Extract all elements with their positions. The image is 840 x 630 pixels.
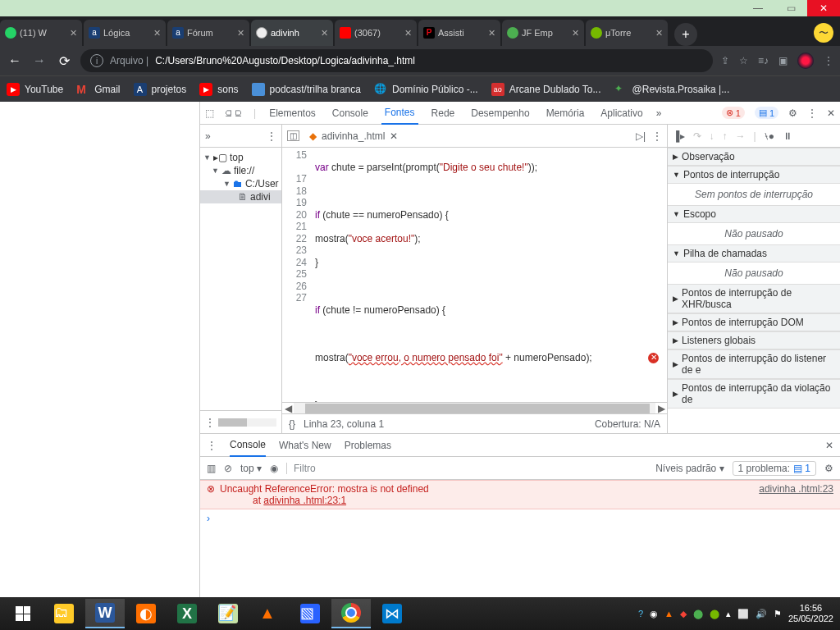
section-listeners[interactable]: ▶Listeners globais xyxy=(668,331,840,349)
close-icon[interactable]: ✕ xyxy=(237,28,244,39)
browser-tab[interactable]: (11) W✕ xyxy=(0,20,82,46)
sidepanel-icon[interactable]: ▣ xyxy=(778,55,788,66)
close-icon[interactable]: ✕ xyxy=(655,28,663,39)
bookmark[interactable]: MGmail xyxy=(76,83,120,96)
tree-top[interactable]: ▼▸▢top xyxy=(200,151,281,164)
tray-security-icon[interactable]: ◆ xyxy=(680,609,687,619)
drawer-tab-console[interactable]: Console xyxy=(230,434,266,457)
inspect-icon[interactable]: ⬚ xyxy=(205,107,214,119)
drawer-tab-problemas[interactable]: Problemas xyxy=(345,440,391,451)
taskbar-explorer[interactable]: 🗂 xyxy=(44,599,84,628)
system-clock[interactable]: 16:56 25/05/2022 xyxy=(788,603,833,624)
taskbar-chrome[interactable] xyxy=(331,599,371,628)
close-devtools[interactable]: ✕ xyxy=(827,107,835,119)
console-context[interactable]: top ▾ xyxy=(240,463,262,474)
browser-tab[interactable]: PAssisti✕ xyxy=(418,20,500,46)
section-violation[interactable]: ▶Pontos de interrupção da violação de xyxy=(668,379,840,409)
drawer-tab-whatsnew[interactable]: What's New xyxy=(279,440,331,451)
back-button[interactable]: ← xyxy=(7,53,23,68)
forward-button[interactable]: → xyxy=(31,53,48,68)
tray-volume-icon[interactable]: 🔊 xyxy=(756,609,767,619)
tab-aplicativo[interactable]: Aplicativo xyxy=(597,102,646,125)
problem-badge[interactable]: 1 problema:▤ 1 xyxy=(733,461,816,476)
tab-desempenho[interactable]: Desempenho xyxy=(468,102,532,125)
drawer-close-icon[interactable]: ✕ xyxy=(825,440,833,451)
window-maximize[interactable]: ▭ xyxy=(774,0,807,16)
profile-avatar[interactable] xyxy=(797,52,814,69)
console-settings-icon[interactable]: ⚙ xyxy=(824,463,833,474)
tree-adivinha[interactable]: 🗎adivi xyxy=(200,190,281,203)
share-icon[interactable]: ⇪ xyxy=(721,55,729,66)
tray-av-icon[interactable]: ⬤ xyxy=(693,609,703,619)
section-xhr[interactable]: ▶Pontos de interrupção de XHR/busca xyxy=(668,284,840,313)
run-snippet-icon[interactable]: ▷| xyxy=(636,130,646,142)
console-filter[interactable]: Filtro xyxy=(286,463,647,474)
new-tab-button[interactable]: + xyxy=(674,23,697,46)
deactivate-bp-icon[interactable]: ⧷● xyxy=(765,130,774,142)
bookmark[interactable]: ▶sons xyxy=(199,83,238,96)
address-bar[interactable]: i Arquivo | C:/Users/Bruno%20Augusto/Des… xyxy=(80,49,713,72)
error-location-link[interactable]: adivinha .html:23 xyxy=(759,483,833,506)
browser-tab[interactable]: JF Emp✕ xyxy=(502,20,584,46)
section-dom[interactable]: ▶Pontos de interrupção DOM xyxy=(668,313,840,331)
drawer-kebab-icon[interactable]: ⋮ xyxy=(207,440,217,451)
pause-exc-icon[interactable]: ⏸ xyxy=(783,130,792,142)
tab-elementos[interactable]: Elementos xyxy=(266,102,319,125)
bookmark[interactable]: podcast/trilha branca xyxy=(252,83,361,96)
star-icon[interactable]: ☆ xyxy=(739,55,748,66)
reload-button[interactable]: ⟳ xyxy=(56,53,72,69)
close-icon[interactable]: ✕ xyxy=(153,28,161,39)
close-icon[interactable]: ✕ xyxy=(572,28,579,39)
tree-file[interactable]: ▼☁file:// xyxy=(200,164,281,177)
kebab-icon[interactable]: ⋮ xyxy=(807,107,817,119)
resume-icon[interactable]: ▐▸ xyxy=(673,130,685,142)
info-icon[interactable]: i xyxy=(90,54,103,67)
taskbar-notepad[interactable]: 📝 xyxy=(208,599,248,628)
tab-memoria[interactable]: Memória xyxy=(543,102,588,125)
device-icon[interactable]: ⫑⫒ xyxy=(224,107,244,119)
error-inline-icon[interactable]: ✕ xyxy=(648,353,659,363)
browser-tab-active[interactable]: adivinh✕ xyxy=(251,20,333,46)
close-icon[interactable]: ✕ xyxy=(488,28,495,39)
taskbar-vscode[interactable]: ⋈ xyxy=(372,599,412,628)
bookmark[interactable]: aoArcane Dublado To... xyxy=(491,83,601,96)
browser-tab[interactable]: μTorre✕ xyxy=(586,20,668,46)
section-escopo[interactable]: ▼Escopo xyxy=(668,205,840,223)
console-error-row[interactable]: ⊗ Uncaught ReferenceError: mostra is not… xyxy=(200,480,840,509)
close-icon[interactable]: ✕ xyxy=(321,28,328,39)
code-editor[interactable]: 15 1718 1920 2122 2324 2526 27 var chute… xyxy=(282,148,667,402)
playlist-icon[interactable]: ≡♪ xyxy=(758,55,769,66)
taskbar-vlc[interactable]: ▲ xyxy=(249,599,289,628)
console-levels[interactable]: Níveis padrão ▾ xyxy=(655,463,724,474)
settings-icon[interactable]: ⚙ xyxy=(788,107,797,119)
menu-icon[interactable]: ⋮ xyxy=(824,55,833,66)
error-badge[interactable]: 1 xyxy=(722,107,745,119)
browser-tab[interactable]: aLógica✕ xyxy=(84,20,166,46)
browser-tab[interactable]: (3067)✕ xyxy=(335,20,417,46)
window-minimize[interactable]: — xyxy=(742,0,774,16)
tray-vlc-icon[interactable]: ▲ xyxy=(664,609,673,619)
taskbar-screenshot[interactable]: ▧ xyxy=(290,599,330,628)
bookmark[interactable]: 🌐Domínio Público -... xyxy=(374,83,478,96)
tray-help-icon[interactable]: ? xyxy=(638,609,643,619)
taskbar-word[interactable]: W xyxy=(85,599,125,628)
bookmark[interactable]: ✦@Revista.Prosaika |... xyxy=(614,83,730,96)
file-tab[interactable]: ◆ adivinha_.html ✕ xyxy=(306,130,401,142)
editor-nav-icon[interactable]: ◫ xyxy=(287,130,299,141)
section-listener-bp[interactable]: ▶Pontos de interrupção do listener de e xyxy=(668,349,840,379)
tray-chevron-icon[interactable]: ▴ xyxy=(726,609,731,619)
console-eye-icon[interactable]: ◉ xyxy=(270,463,278,474)
editor-kebab-icon[interactable]: ⋮ xyxy=(652,130,662,142)
tab-rede[interactable]: Rede xyxy=(428,102,459,125)
tree-users[interactable]: ▼🖿C:/User xyxy=(200,177,281,190)
console-clear-icon[interactable]: ⊘ xyxy=(224,463,232,474)
taskbar-excel[interactable]: X xyxy=(167,599,207,628)
section-observacao[interactable]: ▶Observação xyxy=(668,148,840,166)
nav-more-icon[interactable]: » xyxy=(205,130,211,142)
browser-tab[interactable]: aFórum✕ xyxy=(167,20,249,46)
section-callstack[interactable]: ▼Pilha de chamadas xyxy=(668,244,840,262)
bookmark[interactable]: ▶YouTube xyxy=(7,83,63,96)
tab-fontes[interactable]: Fontes xyxy=(381,102,418,125)
minimize-circle[interactable]: 〜 xyxy=(814,23,833,43)
bookmark[interactable]: Aprojetos xyxy=(134,83,187,96)
